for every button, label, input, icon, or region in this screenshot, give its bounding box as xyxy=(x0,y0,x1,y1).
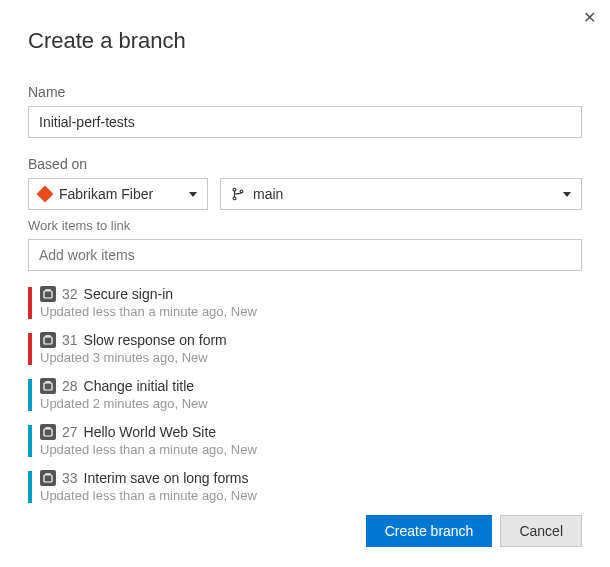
base-branch-label: main xyxy=(253,186,563,202)
svg-rect-3 xyxy=(44,291,52,298)
work-item-id: 31 xyxy=(62,331,78,349)
work-item-title: Secure sign-in xyxy=(84,285,174,303)
work-item[interactable]: 33 Interim save on long forms Updated le… xyxy=(28,465,582,511)
branch-icon xyxy=(231,187,245,201)
work-item-icon xyxy=(40,378,56,394)
chevron-down-icon xyxy=(563,192,571,197)
dialog-title: Create a branch xyxy=(28,28,582,54)
work-item-title: Slow response on form xyxy=(84,331,227,349)
name-label: Name xyxy=(28,84,582,100)
branch-name-input[interactable] xyxy=(28,106,582,138)
cancel-button[interactable]: Cancel xyxy=(500,515,582,547)
work-item-subtitle: Updated less than a minute ago, New xyxy=(40,304,582,319)
work-item-type-color xyxy=(28,287,32,319)
base-branch-dropdown[interactable]: main xyxy=(220,178,582,210)
work-item-icon xyxy=(40,424,56,440)
svg-rect-5 xyxy=(44,383,52,390)
work-item-icon xyxy=(40,470,56,486)
work-item-type-color xyxy=(28,333,32,365)
svg-point-1 xyxy=(233,197,236,200)
work-item-id: 33 xyxy=(62,469,78,487)
work-item-subtitle: Updated less than a minute ago, New xyxy=(40,488,582,503)
work-item-subtitle: Updated less than a minute ago, New xyxy=(40,442,582,457)
work-item-id: 28 xyxy=(62,377,78,395)
work-item-subtitle: Updated 3 minutes ago, New xyxy=(40,350,582,365)
work-items-input[interactable] xyxy=(28,239,582,271)
repo-dropdown-label: Fabrikam Fiber xyxy=(59,186,189,202)
work-item[interactable]: 28 Change initial title Updated 2 minute… xyxy=(28,373,582,419)
work-item[interactable]: 27 Hello World Web Site Updated less tha… xyxy=(28,419,582,465)
work-item-type-color xyxy=(28,471,32,503)
work-item-id: 27 xyxy=(62,423,78,441)
work-item-icon xyxy=(40,332,56,348)
svg-rect-4 xyxy=(44,337,52,344)
work-item-subtitle: Updated 2 minutes ago, New xyxy=(40,396,582,411)
svg-rect-6 xyxy=(44,429,52,436)
based-on-label: Based on xyxy=(28,156,582,172)
work-item-title: Change initial title xyxy=(84,377,195,395)
repo-dropdown[interactable]: Fabrikam Fiber xyxy=(28,178,208,210)
work-item-title: Interim save on long forms xyxy=(84,469,249,487)
chevron-down-icon xyxy=(189,192,197,197)
work-item[interactable]: 31 Slow response on form Updated 3 minut… xyxy=(28,327,582,373)
work-item-id: 32 xyxy=(62,285,78,303)
work-item-type-color xyxy=(28,425,32,457)
svg-point-0 xyxy=(233,188,236,191)
work-item-icon xyxy=(40,286,56,302)
work-item-type-color xyxy=(28,379,32,411)
svg-point-2 xyxy=(240,190,243,193)
repo-icon xyxy=(37,186,54,203)
work-items-label: Work items to link xyxy=(28,218,582,233)
svg-rect-7 xyxy=(44,475,52,482)
create-branch-button[interactable]: Create branch xyxy=(366,515,493,547)
close-icon[interactable]: ✕ xyxy=(583,10,596,26)
work-item[interactable]: 32 Secure sign-in Updated less than a mi… xyxy=(28,281,582,327)
work-item-title: Hello World Web Site xyxy=(84,423,217,441)
